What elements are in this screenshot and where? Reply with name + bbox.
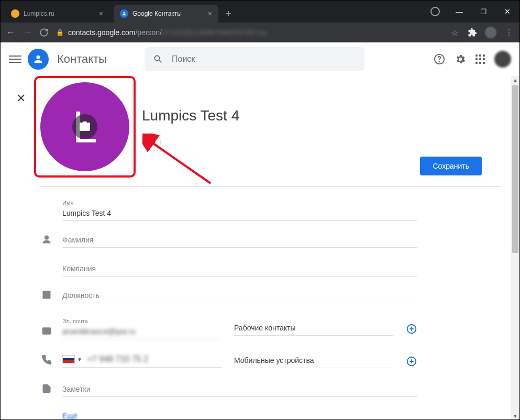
browser-profile-avatar[interactable] [485, 27, 496, 38]
google-header: Контакты [1, 42, 519, 76]
lock-icon: 🔒 [56, 29, 64, 36]
camera-add-photo-icon[interactable] [72, 114, 97, 139]
contacts-logo-icon [28, 49, 49, 70]
svg-rect-4 [43, 291, 50, 298]
help-icon[interactable] [434, 53, 445, 65]
new-tab-button[interactable]: + [218, 5, 239, 23]
close-edit-button[interactable]: ✕ [16, 92, 26, 105]
bookmark-icon[interactable]: ☆ [449, 27, 460, 38]
page-content: Контакты ✕ L [1, 42, 519, 420]
url-domain: contacts.google.com [68, 28, 135, 37]
favicon-lumpics [11, 9, 19, 18]
tab-title: Google Контакты [132, 10, 182, 17]
add-email-button[interactable] [406, 323, 417, 335]
reload-button[interactable] [39, 28, 49, 37]
window-controls: — ☐ ✕ [423, 1, 519, 23]
scrollbar[interactable]: ▲ ▼ [511, 76, 519, 420]
more-fields-link[interactable]: Ещё [40, 412, 417, 420]
scroll-thumb[interactable] [512, 85, 518, 253]
browser-tab[interactable]: Google Контакты × [114, 5, 218, 23]
notes-input[interactable] [62, 383, 417, 397]
label-button[interactable] [142, 132, 161, 151]
search-icon [153, 54, 163, 64]
surname-input[interactable] [62, 234, 417, 248]
tab-title: Lumpics.ru [24, 10, 54, 17]
tab-close-icon[interactable]: × [99, 9, 103, 18]
phone-icon [40, 355, 53, 368]
browser-menu-icon[interactable]: ⋮ [504, 27, 514, 38]
name-input[interactable] [62, 207, 417, 221]
forward-button[interactable]: → [23, 27, 32, 38]
add-phone-button[interactable] [406, 356, 417, 367]
maximize-button[interactable]: ☐ [471, 1, 495, 23]
name-label: Имя [62, 200, 417, 206]
browser-address-bar: ← → 🔒 contacts.google.com/person/c714228… [1, 23, 519, 42]
settings-icon[interactable] [455, 53, 466, 65]
position-input[interactable] [62, 289, 417, 303]
app-title: Контакты [57, 52, 107, 66]
extensions-icon[interactable] [467, 27, 478, 38]
person-icon [40, 234, 53, 248]
chevron-down-icon: ▼ [77, 357, 82, 362]
browser-tab[interactable]: Lumpics.ru × [5, 5, 109, 23]
main-menu-button[interactable] [9, 53, 21, 65]
company-input[interactable] [62, 262, 417, 277]
save-button[interactable]: Сохранить [420, 157, 482, 175]
svg-point-3 [45, 236, 49, 239]
close-window-button[interactable]: ✕ [495, 1, 519, 23]
account-avatar[interactable] [494, 51, 511, 68]
account-indicator-icon[interactable] [423, 1, 447, 23]
back-button[interactable]: ← [6, 27, 15, 38]
email-type-select[interactable]: Рабочие контакты [234, 322, 393, 336]
email-label: Эл. почта [62, 318, 222, 324]
apps-icon[interactable] [475, 54, 485, 64]
company-icon [40, 290, 53, 303]
minimize-button[interactable]: — [447, 1, 471, 23]
url-field[interactable]: 🔒 contacts.google.com/person/c7142281133… [56, 28, 442, 37]
scroll-up-icon[interactable]: ▲ [511, 76, 519, 84]
url-obscured: c71422811334b7940293760.my [162, 28, 267, 37]
scroll-down-icon[interactable]: ▼ [511, 412, 519, 420]
notes-icon [40, 383, 53, 397]
url-path: /person/ [135, 28, 162, 37]
country-flag-select[interactable]: ▼ [62, 355, 82, 363]
flag-russia-icon [62, 355, 75, 363]
search-input[interactable] [172, 54, 356, 64]
phone-input[interactable]: +7 948 710 75 2 [87, 355, 148, 364]
browser-titlebar: Lumpics.ru × Google Контакты × + — ☐ ✕ [1, 1, 519, 23]
svg-point-1 [439, 61, 440, 62]
search-box[interactable] [145, 47, 364, 71]
phone-type-select[interactable]: Мобильные устройства [234, 354, 393, 368]
email-input[interactable]: arsenbkrascvt@ipst.ru [62, 325, 222, 339]
tab-close-icon[interactable]: × [208, 9, 212, 18]
contact-display-name: Lumpics Test 4 [142, 107, 239, 124]
email-icon [40, 326, 53, 339]
favicon-google-contacts [120, 9, 128, 18]
